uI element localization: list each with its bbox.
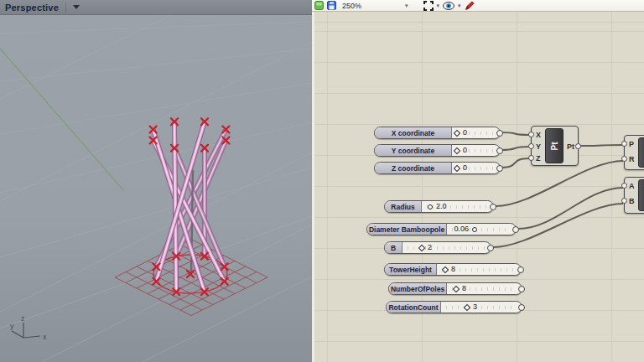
output-nub-pt[interactable] [575, 143, 581, 149]
floor-grid-line [0, 49, 312, 81]
triad-y-axis [12, 331, 23, 338]
slider-label: Z coordinate [375, 163, 452, 173]
viewport-titlebar[interactable]: Perspective [0, 0, 312, 15]
slider-output-nub[interactable] [496, 130, 503, 137]
input-nub-a[interactable] [621, 183, 627, 189]
input-port-r[interactable]: R [629, 155, 635, 163]
input-nub-y[interactable] [528, 143, 534, 149]
component-core [638, 179, 644, 211]
slider-value: 0 [463, 163, 467, 172]
zoom-extents-icon[interactable] [423, 1, 434, 11]
rhino-viewport[interactable]: zyx Perspective [0, 0, 312, 362]
new-document-icon[interactable] [314, 1, 324, 10]
slider-b[interactable]: B2 [384, 241, 491, 254]
slider-value: 0 [463, 128, 467, 137]
slider-value: 0 [463, 146, 467, 154]
triad-z-label: z [21, 314, 25, 323]
slider-output-nub[interactable] [496, 165, 503, 172]
base-grid-line [180, 272, 257, 311]
circle-component[interactable]: PR [624, 135, 644, 170]
slider-value: 3 [473, 303, 477, 311]
slider-value: 2 [428, 243, 432, 251]
save-icon[interactable] [327, 1, 336, 10]
slider-towerheight[interactable]: TowerHeight8 [384, 263, 522, 276]
construct-point-component[interactable]: PtXYZPt [531, 126, 579, 166]
floor-grid-line [0, 22, 312, 34]
component-core: Pt [545, 128, 564, 163]
slider-label: TowerHeight [385, 264, 437, 275]
input-port-y[interactable]: Y [536, 142, 541, 151]
slider-y-coordinate[interactable]: Y coordinate0 [374, 144, 501, 157]
slider-value: 2.0 [436, 202, 447, 210]
viewport-3d-scene[interactable]: zyx [0, 15, 312, 362]
slider-x-coordinate[interactable]: X coordinate0 [374, 127, 501, 139]
input-nub-p[interactable] [621, 141, 627, 147]
floor-grid-line [0, 216, 312, 328]
slider-output-nub[interactable] [517, 266, 524, 273]
app-window: zyx Perspective 250% ▾ ▾ [0, 0, 644, 362]
slider-grip[interactable] [428, 204, 433, 209]
input-port-b[interactable]: B [629, 197, 635, 205]
input-port-x[interactable]: X [536, 131, 541, 139]
slider-diameter-bamboopole[interactable]: Diameter Bamboopole0.06 [366, 223, 517, 235]
slider-numberofpoles[interactable]: NumberOfPoles8 [388, 282, 522, 295]
slider-value: 8 [462, 284, 466, 292]
output-port-pt[interactable]: Pt [567, 142, 574, 151]
slider-label: NumberOfPoles [389, 283, 447, 294]
slider-label: RotationCount [387, 302, 441, 313]
input-port-a[interactable]: A [629, 182, 635, 190]
canvas-zoom-level[interactable]: 250% [340, 2, 402, 10]
slider-output-nub[interactable] [512, 226, 519, 233]
zoom-dropdown-chevron-icon[interactable]: ▾ [405, 3, 408, 8]
preview-eye-icon[interactable] [443, 2, 454, 10]
input-nub-b[interactable] [621, 198, 627, 204]
slider-radius[interactable]: Radius2.0 [384, 200, 494, 213]
grasshopper-toolbar: 250% ▾ ▾ ▾ [312, 0, 644, 12]
triad-x-label: x [43, 333, 47, 341]
input-nub-r[interactable] [621, 156, 627, 162]
input-nub-z[interactable] [528, 155, 534, 161]
floor-grid-line [0, 153, 312, 312]
floor-grid-line [0, 42, 312, 201]
titlebar-separator [65, 3, 66, 13]
floor-grid-line [0, 168, 312, 257]
viewport-title: Perspective [5, 3, 59, 13]
preview-dropdown-chevron-icon[interactable]: ▾ [458, 3, 461, 8]
slider-label: Radius [385, 201, 422, 212]
slider-output-nub[interactable] [487, 245, 494, 251]
domain-component[interactable]: AB [624, 177, 644, 214]
slider-label: X coordinate [375, 127, 452, 138]
triad-x-axis [23, 336, 40, 338]
base-grid-line [115, 277, 191, 316]
triad-y-label: y [10, 322, 14, 330]
floor-grid-line [0, 15, 201, 99]
slider-label: Diameter Bamboopole [367, 224, 447, 235]
canvas-edge-highlight [312, 12, 314, 362]
base-grid-line [169, 266, 246, 305]
slider-output-nub[interactable] [496, 147, 503, 154]
slider-rotationcount[interactable]: RotationCount3 [386, 301, 522, 313]
slider-grip[interactable] [472, 227, 477, 232]
slider-output-nub[interactable] [518, 304, 525, 311]
slider-output-nub[interactable] [490, 204, 496, 210]
sketch-pen-icon[interactable] [465, 1, 475, 11]
slider-label: B [385, 242, 402, 253]
base-grid-line [126, 272, 202, 311]
slider-label: Y coordinate [375, 145, 452, 156]
component-core [638, 137, 644, 168]
slider-z-coordinate[interactable]: Z coordinate0 [374, 162, 501, 174]
input-nub-x[interactable] [528, 132, 534, 137]
slider-value: 8 [451, 265, 455, 273]
input-port-p[interactable]: P [629, 140, 634, 148]
input-port-z[interactable]: Z [536, 154, 541, 163]
slider-output-nub[interactable] [518, 286, 525, 292]
slider-value: 0.06 [454, 225, 469, 233]
slider-ticks [446, 306, 517, 309]
zoom-extents-chevron-icon[interactable]: ▾ [437, 3, 440, 8]
viewport-menu-caret-icon[interactable] [73, 5, 80, 9]
